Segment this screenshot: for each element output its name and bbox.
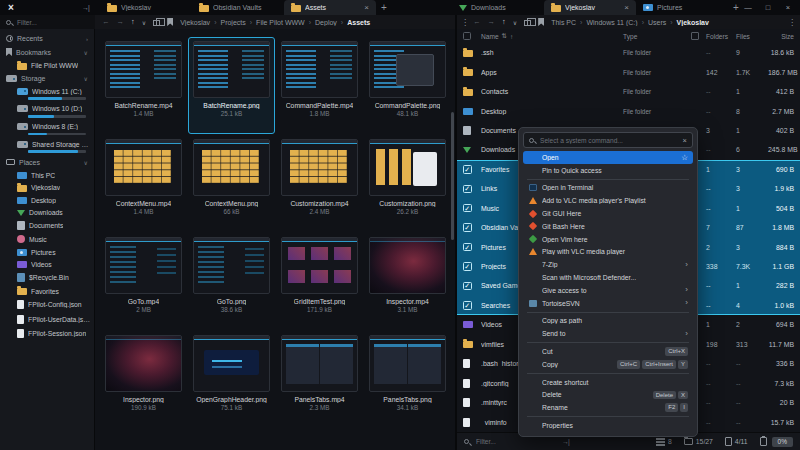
history-chevron-icon[interactable]: ∨ <box>142 19 146 26</box>
sidebar-section-header-storage[interactable]: Storage∨ <box>0 72 94 85</box>
breadcrumb-item-vjekoslav[interactable]: Vjekoslav <box>180 19 210 26</box>
sidebar-item-fpilot-session-json[interactable]: FPilot-Session.json <box>0 326 94 340</box>
row-checkbox[interactable]: ✓ <box>463 282 472 291</box>
grid-item-panelstabs-png[interactable]: PanelsTabs.png34.1 kB <box>364 331 451 428</box>
menu-item-open[interactable]: Open☆ <box>523 151 693 164</box>
grid-item-panelstabs-mp4[interactable]: PanelsTabs.mp42.3 MB <box>276 331 363 428</box>
bookmark-icon[interactable] <box>167 18 173 26</box>
grid-item-goto-mp4[interactable]: GoTo.mp42 MB <box>100 233 187 330</box>
menu-item-create-shortcut[interactable]: Create shortcut <box>523 376 693 389</box>
menu-item-add-to-vlc-media-player-s-playlist[interactable]: Add to VLC media player's Playlist <box>523 194 693 207</box>
sidebar-section-header-places[interactable]: Places∨ <box>0 156 94 169</box>
sidebar-item-file-pilot-www[interactable]: File Pilot WWW <box>0 59 94 72</box>
close-button[interactable]: × <box>778 0 798 15</box>
type-filter-icon[interactable] <box>691 32 699 40</box>
tab-obsidian-vaults[interactable]: Obsidian Vaults <box>192 0 284 15</box>
grid-scrollbar[interactable] <box>451 112 454 240</box>
grid-item-griditemtest-png[interactable]: GridItemTest.png171.9 kB <box>276 233 363 330</box>
back-icon[interactable]: ← <box>473 17 481 27</box>
row-checkbox[interactable]: ✓ <box>463 301 472 310</box>
column-header-name[interactable]: Name ⇅ ↑ <box>481 32 621 40</box>
maximize-button[interactable]: □ <box>758 0 778 15</box>
menu-item-give-access-to[interactable]: Give access to› <box>523 284 693 297</box>
grid-item-contextmenu-png[interactable]: ContextMenu.png66 kB <box>188 135 275 232</box>
grid-item-customization-mp4[interactable]: Customization.mp42.4 MB <box>276 135 363 232</box>
grid-item-commandpalette-png[interactable]: CommandPalette.png48.1 kB <box>364 37 451 134</box>
breadcrumb-item-deploy[interactable]: Deploy <box>315 19 337 26</box>
row-checkbox[interactable]: ✓ <box>463 204 472 213</box>
menu-item-tortoisesvn[interactable]: TortoiseSVN› <box>523 297 693 310</box>
grid-item-inspector-png[interactable]: Inspector.png190.9 kB <box>100 331 187 428</box>
menu-item-properties[interactable]: Properties <box>523 419 693 432</box>
row-checkbox[interactable]: ✓ <box>463 223 472 232</box>
pane-filter-input[interactable] <box>476 438 531 445</box>
chevron-icon[interactable]: ∨ <box>84 75 88 82</box>
table-row-apps[interactable]: AppsFile folder1421.7K186.7 MB <box>457 62 800 81</box>
sidebar-filter-input[interactable] <box>17 19 77 26</box>
menu-item-7-zip[interactable]: 7-Zip› <box>523 258 693 271</box>
grid-item-commandpalette-mp4[interactable]: CommandPalette.mp41.8 MB <box>276 37 363 134</box>
sidebar-item-vjekoslav[interactable]: Vjekoslav <box>0 181 94 194</box>
row-checkbox[interactable]: ✓ <box>463 243 472 252</box>
sidebar-section-header-bookmarks[interactable]: Bookmarks∨ <box>0 45 94 59</box>
sidebar-filter[interactable] <box>0 15 95 29</box>
table-row-contacts[interactable]: ContactsFile folder--1412 B <box>457 82 800 101</box>
sidebar-item-this-pc[interactable]: This PC <box>0 169 94 181</box>
forward-icon[interactable]: → <box>488 17 496 27</box>
menu-item-play-with-vlc-media-player[interactable]: Play with VLC media player <box>523 246 693 259</box>
tab-vjekoslav[interactable]: Vjekoslav <box>100 0 192 15</box>
sort-icon[interactable]: ⇅ <box>502 32 507 40</box>
grid-item-batchrename-png[interactable]: BatchRename.png25.1 kB <box>188 37 275 134</box>
sidebar-pin-icon[interactable]: →| <box>82 4 89 11</box>
sidebar-item-fpilot-userdata-json[interactable]: FPilot-UserData.json <box>0 312 94 326</box>
menu-item-rename[interactable]: RenameF2I <box>523 401 693 414</box>
menu-item-pin-to-quick-access[interactable]: Pin to Quick access <box>523 164 693 177</box>
row-checkbox[interactable]: ✓ <box>463 185 472 194</box>
menu-item-cut[interactable]: CutCtrl+X <box>523 345 693 358</box>
up-icon[interactable]: ↑ <box>502 17 506 27</box>
tab-assets[interactable]: Assets× <box>284 0 376 15</box>
menu-item-git-gui-here[interactable]: Git GUI Here <box>523 207 693 220</box>
new-tab-button[interactable]: + <box>376 0 392 15</box>
sidebar-item-desktop[interactable]: Desktop <box>0 194 94 206</box>
tab-vjekoslav[interactable]: Vjekoslav× <box>544 0 636 15</box>
chevron-icon[interactable]: › <box>86 36 88 42</box>
breadcrumb-item-this-pc[interactable]: This PC <box>551 19 576 26</box>
row-checkbox[interactable]: ✓ <box>463 262 472 271</box>
menu-item-copy-as-path[interactable]: Copy as path <box>523 315 693 328</box>
grid-item-opengraphheader-png[interactable]: OpenGraphHeader.png75.1 kB <box>188 331 275 428</box>
breadcrumb-item-assets[interactable]: Assets <box>347 19 370 26</box>
sidebar-item-windows-11-c[interactable]: Windows 11 (C:) <box>0 85 94 97</box>
sidebar-item-downloads[interactable]: Downloads <box>0 207 94 219</box>
sidebar-item-recycle-bin[interactable]: $Recycle.Bin <box>0 270 94 284</box>
tab-close-icon[interactable]: × <box>624 4 629 12</box>
sidebar-item-videos[interactable]: Videos <box>0 258 94 270</box>
menu-item-open-vim-here[interactable]: Open Vim here <box>523 233 693 246</box>
column-header-type[interactable]: Type <box>623 33 689 40</box>
table-row-ssh[interactable]: .sshFile folder--918.6 kB <box>457 43 800 62</box>
back-icon[interactable]: ← <box>102 17 110 27</box>
sidebar-section-header-recents[interactable]: Recents› <box>0 32 94 45</box>
history-chevron-icon[interactable]: ∨ <box>513 19 517 26</box>
minimize-button[interactable]: — <box>738 0 758 15</box>
pane-options-icon[interactable]: ⋮ <box>784 18 800 27</box>
menu-item-open-in-terminal[interactable]: Open in Terminal <box>523 182 693 195</box>
sidebar-item-music[interactable]: Music <box>0 233 94 246</box>
breadcrumb-item-windows-11-c[interactable]: Windows 11 (C:) <box>586 19 637 26</box>
duplicate-pane-icon[interactable] <box>153 20 160 26</box>
menu-item-scan-with-microsoft-defender[interactable]: Scan with Microsoft Defender... <box>523 271 693 284</box>
menu-item-delete[interactable]: DeleteDeleteX <box>523 389 693 402</box>
chevron-icon[interactable]: ∨ <box>84 49 88 56</box>
breadcrumb-item-users[interactable]: Users <box>648 19 666 26</box>
table-row-desktop[interactable]: DesktopFile folder--82.7 MB <box>457 101 800 120</box>
menu-item-send-to[interactable]: Send to› <box>523 327 693 340</box>
grid-item-customization-png[interactable]: Customization.png26.2 kB <box>364 135 451 232</box>
up-icon[interactable]: ↑ <box>131 17 135 27</box>
tab-downloads[interactable]: Downloads <box>452 0 544 15</box>
grid-item-goto-png[interactable]: GoTo.png38.6 kB <box>188 233 275 330</box>
row-checkbox[interactable]: ✓ <box>463 165 472 174</box>
select-all-checkbox[interactable] <box>463 32 471 40</box>
chevron-icon[interactable]: ∨ <box>84 159 88 166</box>
filter-options-icon[interactable]: →| <box>562 438 569 445</box>
sidebar-item-windows-10-d[interactable]: Windows 10 (D:) <box>0 103 94 115</box>
